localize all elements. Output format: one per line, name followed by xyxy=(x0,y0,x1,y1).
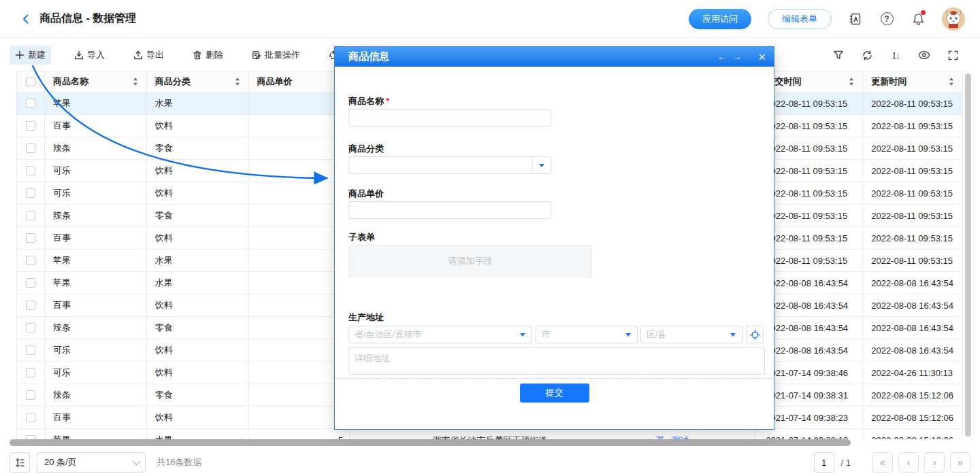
app-access-button[interactable]: 应用访问 xyxy=(689,9,751,29)
sort-icon[interactable]: 1↓ xyxy=(889,48,902,62)
vertical-scrollbar[interactable] xyxy=(965,73,971,437)
row-checkbox[interactable] xyxy=(26,323,35,333)
prev-page-button[interactable]: ‹ xyxy=(898,452,919,473)
footer: 20 条/页 共16条数据 1 / 1 « ‹ › » xyxy=(0,449,980,476)
delete-button[interactable]: 删除 xyxy=(187,46,229,65)
page-total: / 1 xyxy=(841,458,851,468)
cell-update-time: 2022-08-11 09:53:15 xyxy=(863,250,962,271)
row-checkbox[interactable] xyxy=(26,345,35,355)
cell-update-time: 2022-08-08 16:43:54 xyxy=(863,294,962,316)
filter-icon[interactable] xyxy=(832,48,845,62)
row-checkbox[interactable] xyxy=(26,368,35,377)
notification-dot xyxy=(921,10,926,15)
import-button[interactable]: 导入 xyxy=(69,46,110,65)
cell-product-name: 苹果 xyxy=(45,250,147,271)
last-page-button[interactable]: » xyxy=(950,452,970,473)
modal-header[interactable]: 商品信息 ← → × xyxy=(335,47,774,67)
table-row[interactable]: 苹果 水果 5 湖南省长沙市岳麓区王顶街道遥测试 2021-07-14 09:3… xyxy=(17,429,962,439)
cell-product-category: 饮料 xyxy=(147,339,249,361)
header-product-name[interactable]: 商品名称 xyxy=(45,71,147,92)
province-select[interactable]: 省/自治区/直辖市 xyxy=(348,326,532,343)
row-checkbox[interactable] xyxy=(26,143,35,153)
fullscreen-icon[interactable] xyxy=(946,48,960,62)
help-icon[interactable]: ? xyxy=(879,12,894,27)
sort-caret-icon[interactable] xyxy=(133,78,138,86)
notification-bell-icon[interactable] xyxy=(911,12,926,27)
row-checkbox[interactable] xyxy=(26,413,35,422)
field-label-product-price: 商品单价 xyxy=(348,188,384,200)
next-page-button[interactable]: › xyxy=(924,452,945,473)
sort-caret-icon[interactable] xyxy=(849,78,854,86)
row-checkbox[interactable] xyxy=(26,166,35,175)
edit-form-button[interactable]: 编辑表单 xyxy=(768,9,832,29)
horizontal-scrollbar[interactable] xyxy=(10,439,851,446)
row-checkbox[interactable] xyxy=(26,99,35,108)
back-button[interactable] xyxy=(20,14,31,24)
row-height-button[interactable] xyxy=(10,452,30,473)
header-product-category[interactable]: 商品分类 xyxy=(147,71,249,92)
close-icon[interactable]: × xyxy=(758,51,766,63)
district-select[interactable]: 区/县 xyxy=(640,326,742,343)
visibility-icon[interactable] xyxy=(917,48,931,62)
row-checkbox-cell xyxy=(17,250,45,271)
cell-links: 遥测试 xyxy=(655,435,689,439)
avatar[interactable] xyxy=(942,7,965,31)
row-checkbox-cell xyxy=(17,272,45,294)
row-checkbox[interactable] xyxy=(26,301,35,310)
cell-update-time: 2022-08-11 09:53:15 xyxy=(863,92,962,114)
cell-product-price: 5 xyxy=(249,429,351,439)
cell-update-time: 2022-08-11 09:53:15 xyxy=(863,160,962,182)
expand-arrows-icon[interactable]: ← → xyxy=(717,52,744,62)
first-page-button[interactable]: « xyxy=(872,452,893,473)
row-checkbox-cell xyxy=(17,294,45,316)
detail-address-textarea[interactable] xyxy=(348,347,765,375)
cell-product-name: 苹果 xyxy=(45,272,147,294)
current-page-box[interactable]: 1 xyxy=(814,452,834,473)
export-button[interactable]: 导出 xyxy=(128,46,169,65)
field-label-product-name: 商品名称* xyxy=(348,95,389,107)
row-checkbox[interactable] xyxy=(26,121,35,131)
new-button[interactable]: 新建 xyxy=(10,46,51,65)
import-icon xyxy=(74,50,84,60)
batch-operation-button[interactable]: 批量操作 xyxy=(246,46,306,65)
row-height-icon xyxy=(15,458,25,468)
cell-product-category: 水果 xyxy=(147,92,249,114)
product-category-select[interactable] xyxy=(348,156,551,174)
trash-icon xyxy=(193,50,202,60)
subform-placeholder-box[interactable]: 请添加字段 xyxy=(348,245,592,277)
select-all-checkbox[interactable] xyxy=(26,77,35,86)
sort-caret-icon[interactable] xyxy=(949,78,954,86)
cell-update-time: 2022-04-26 11:30:13 xyxy=(863,362,962,384)
modal-body: 商品名称* 商品分类 商品单价 子表单 请添加字段 生产地址 省/自治区/直辖市 xyxy=(335,67,774,430)
row-checkbox-cell xyxy=(17,182,45,204)
header-update-time[interactable]: 更新时间 xyxy=(863,71,962,92)
cell-update-time: 2022-08-08 15:12:06 xyxy=(863,429,962,439)
cell-update-time: 2022-08-08 16:43:54 xyxy=(863,272,962,294)
cell-link[interactable]: 遥 xyxy=(655,435,664,439)
row-checkbox[interactable] xyxy=(26,188,35,198)
batch-edit-icon xyxy=(252,50,261,60)
cell-product-name: 百事 xyxy=(45,115,147,137)
product-name-input[interactable] xyxy=(348,109,551,126)
row-checkbox[interactable] xyxy=(26,211,35,220)
row-checkbox[interactable] xyxy=(26,278,35,288)
page-size-select[interactable]: 20 条/页 xyxy=(37,452,146,473)
refresh-icon[interactable] xyxy=(860,48,874,62)
chevron-down-icon xyxy=(724,326,742,343)
row-checkbox[interactable] xyxy=(26,390,35,400)
cell-link[interactable]: 测试 xyxy=(671,435,689,439)
row-checkbox[interactable] xyxy=(26,256,35,265)
row-checkbox[interactable] xyxy=(26,233,35,243)
row-checkbox-cell xyxy=(17,160,45,182)
row-checkbox-cell xyxy=(17,362,45,384)
city-select[interactable]: 市 xyxy=(536,326,638,343)
product-price-input[interactable] xyxy=(348,201,551,219)
cell-update-time: 2022-08-11 09:53:15 xyxy=(863,227,962,249)
docs-icon[interactable] xyxy=(848,12,863,27)
row-checkbox-cell xyxy=(17,407,45,428)
sort-caret-icon[interactable] xyxy=(235,78,240,86)
cell-update-time: 2022-08-11 09:53:15 xyxy=(863,137,962,159)
locate-button[interactable] xyxy=(746,326,764,343)
top-bar: 商品信息 - 数据管理 应用访问 编辑表单 ? xyxy=(0,0,980,38)
submit-button[interactable]: 提交 xyxy=(520,384,589,403)
